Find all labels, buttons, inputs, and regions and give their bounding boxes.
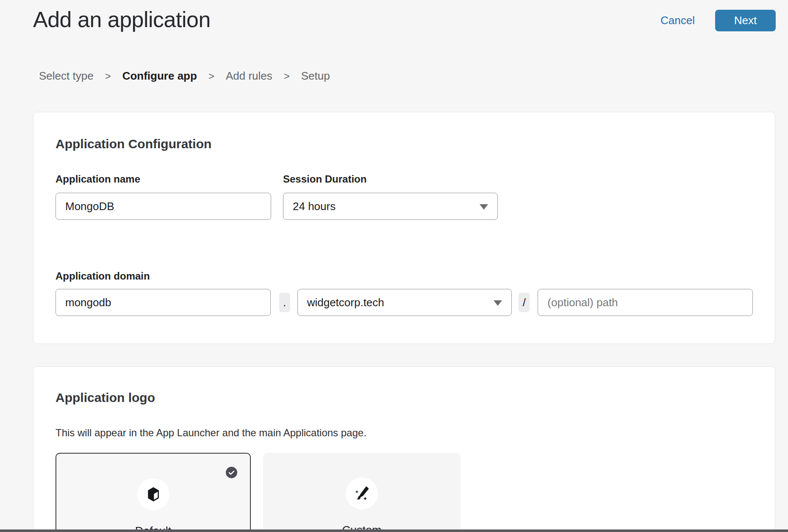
path-input[interactable] [538, 289, 753, 316]
domain-select-value: widgetcorp.tech [307, 296, 384, 309]
dot-separator: . [279, 293, 290, 312]
application-logo-card: Application logo This will appear in the… [33, 366, 775, 532]
session-duration-label: Session Duration [283, 173, 498, 185]
session-duration-group: Session Duration 24 hours [283, 173, 498, 220]
logo-heading: Application logo [55, 391, 753, 405]
step-separator: > [284, 70, 290, 82]
chevron-down-icon [480, 204, 488, 210]
bottom-edge-bar [0, 529, 788, 532]
application-domain-row: . widgetcorp.tech / [55, 289, 753, 316]
application-name-group: Application name [55, 173, 271, 220]
custom-logo-circle [346, 477, 378, 510]
step-separator: > [105, 70, 111, 82]
selected-check-icon [226, 467, 237, 478]
logo-option-custom[interactable]: Custom [263, 453, 461, 532]
chevron-down-icon [494, 300, 502, 306]
wizard-steps: Select type > Configure app > Add rules … [39, 69, 330, 83]
step-setup[interactable]: Setup [301, 69, 330, 83]
application-domain-label: Application domain [55, 270, 753, 282]
logo-option-default[interactable]: Default [55, 453, 251, 532]
default-logo-circle [137, 478, 169, 510]
session-duration-select[interactable]: 24 hours [283, 193, 498, 220]
application-name-input[interactable] [55, 193, 271, 220]
add-application-page: Add an application Cancel Next Select ty… [0, 0, 788, 532]
subdomain-input[interactable] [55, 289, 271, 316]
paintbrush-icon [353, 485, 371, 502]
cube-icon [145, 486, 162, 503]
step-add-rules[interactable]: Add rules [226, 69, 272, 83]
application-name-label: Application name [55, 173, 271, 185]
domain-select[interactable]: widgetcorp.tech [297, 289, 512, 316]
configuration-heading: Application Configuration [55, 137, 753, 151]
name-session-row: Application name Session Duration 24 hou… [55, 173, 753, 220]
page-title: Add an application [33, 7, 211, 32]
step-separator: > [208, 70, 214, 82]
step-select-type[interactable]: Select type [39, 69, 94, 83]
session-duration-value: 24 hours [293, 200, 336, 213]
step-configure-app[interactable]: Configure app [122, 69, 197, 83]
slash-separator: / [519, 293, 530, 312]
header-actions: Cancel Next [660, 10, 776, 31]
logo-options: Default Custom [55, 453, 753, 532]
cancel-button[interactable]: Cancel [660, 14, 695, 27]
application-configuration-card: Application Configuration Application na… [33, 112, 775, 344]
logo-description: This will appear in the App Launcher and… [55, 427, 753, 439]
next-button[interactable]: Next [715, 10, 776, 31]
